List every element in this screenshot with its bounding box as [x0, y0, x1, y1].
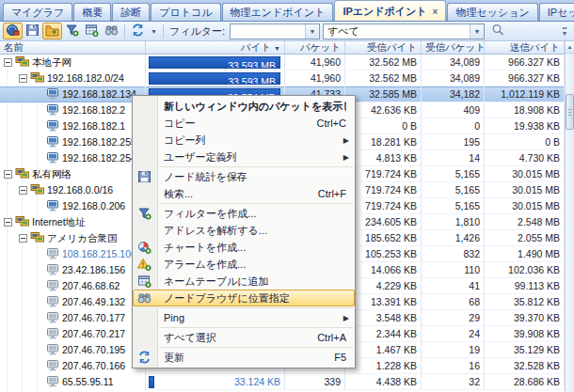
menu-item[interactable]: ネームテーブルに追加 [133, 273, 355, 290]
node-name: 207.46.70.177 [62, 310, 125, 325]
host-gray-icon [45, 279, 60, 292]
tab-マイグラフ[interactable]: マイグラフ [3, 3, 72, 21]
menu-item[interactable]: チャートを作成... [133, 239, 355, 256]
close-tab-icon[interactable]: × [433, 7, 438, 17]
filter-combobox[interactable]: ▼ [230, 24, 320, 39]
column-header-名前[interactable]: 名前 [0, 41, 146, 54]
tab-物理エンドポイント[interactable]: 物理エンドポイント [222, 3, 334, 21]
rx-bytes-cell: 32.585 MB [345, 86, 422, 102]
menu-item[interactable]: ノードブラウザに位置指定 [133, 290, 355, 306]
rx-packets-cell: 0 [422, 118, 485, 134]
rx-bytes-cell: 3.548 KB [345, 310, 422, 326]
tab-label: 物理エンドポイント [231, 7, 326, 18]
collapse-toggle[interactable] [19, 74, 27, 83]
make-filter-button[interactable] [62, 23, 82, 39]
rx-bytes-cell: 719.724 KB [345, 166, 422, 182]
name-table-button[interactable] [82, 23, 102, 39]
collapse-toggle[interactable] [19, 186, 27, 195]
tx-bytes-cell: 30.015 MB [485, 182, 565, 198]
menu-separator [159, 203, 353, 204]
menu-item[interactable]: アラームを作成... [133, 256, 355, 273]
column-header-バイト[interactable]: バイト▼ [146, 41, 285, 54]
collapse-toggle[interactable] [4, 58, 12, 67]
search-icon [491, 24, 505, 39]
chevron-down-icon[interactable]: ▼ [470, 24, 484, 39]
filter-label: フィルター: [169, 24, 225, 39]
refresh-button[interactable] [128, 23, 148, 39]
context-menu: 新しいウィンドウ内のパケットを表示します"コピーCtrl+Cコピー列▶ユーザー定… [132, 95, 356, 368]
table-row[interactable]: 192.168.182.0/2433.593 MB41,96032.562 MB… [0, 71, 574, 86]
menu-item[interactable]: ノード統計を保存 [133, 168, 355, 185]
collapse-toggle[interactable] [4, 218, 12, 227]
tab-物理セッション[interactable]: 物理セッション [447, 3, 537, 21]
bytes-cell: 33.593 MB [146, 71, 285, 86]
node-name: 207.46.70.217 [62, 326, 125, 341]
subnet-icon [15, 215, 30, 228]
menu-item[interactable]: ユーザー定義列▶ [133, 149, 355, 165]
subnet-icon [30, 183, 45, 196]
packet-display-button[interactable] [3, 23, 23, 39]
menu-item-label: 新しいウィンドウ内のパケットを表示します" [164, 100, 346, 114]
column-header-パケット[interactable]: パケット [285, 41, 345, 54]
scrollbar-thumb[interactable] [566, 94, 574, 130]
refresh-dropdown[interactable]: ▼ [148, 28, 160, 35]
bytes-bar: 33.593 MB [149, 56, 280, 69]
node-name: 207.46.49.132 [62, 294, 125, 309]
locate-button[interactable] [102, 23, 121, 39]
scrollbar-up-button[interactable]: ▲ [566, 41, 574, 54]
tx-bytes-cell: 19.938 KB [485, 118, 565, 134]
table-row[interactable]: 本地子网33.593 MB41,96032.562 MB34,089966.32… [0, 55, 574, 71]
host-icon [45, 103, 60, 117]
rx-packets-cell: 41 [422, 278, 485, 294]
menu-item[interactable]: すべて選択Ctrl+A [133, 329, 355, 346]
menu-item[interactable]: 更新F5 [133, 349, 355, 366]
column-header-送信バイト[interactable]: 送信バイト [485, 41, 565, 54]
tx-bytes-cell: 2.055 MB [485, 230, 565, 246]
menu-item[interactable]: コピー列▶ [133, 132, 355, 149]
bytes-bar [149, 376, 154, 388]
export-button[interactable] [42, 23, 62, 39]
menu-item[interactable]: アドレスを解析する... [133, 222, 355, 239]
search-button[interactable] [488, 23, 508, 39]
nametable-icon [137, 274, 153, 288]
menu-item[interactable]: 新しいウィンドウ内のパケットを表示します" [133, 98, 355, 115]
vertical-scrollbar[interactable]: ▲ [565, 41, 574, 392]
rx-packets-cell: 32 [422, 374, 485, 390]
node-name-cell: 192.168.182.2 [0, 102, 146, 118]
rx-bytes-cell: 0 B [345, 118, 422, 134]
node-name-cell: 207.46.70.166 [0, 358, 146, 374]
menu-item[interactable]: コピーCtrl+C [133, 115, 355, 132]
chevron-down-icon[interactable]: ▼ [305, 24, 319, 39]
toolbar-overflow-button[interactable]: ••▼ [558, 25, 571, 37]
rx-bytes-cell: 185.652 KB [345, 230, 422, 246]
tab-IPセッション[interactable]: IPセッション [539, 3, 574, 21]
tab-診断[interactable]: 診断 [112, 3, 150, 21]
rx-bytes-cell: 4.438 KB [345, 374, 422, 390]
menu-item[interactable]: 検索...Ctrl+F [133, 185, 355, 202]
tab-概要[interactable]: 概要 [73, 3, 111, 21]
scope-combobox[interactable]: すべて ▼ [323, 24, 485, 39]
rx-packets-cell: 110 [422, 262, 485, 278]
rx-packets-cell: 34,089 [422, 71, 485, 86]
save-statistics-button[interactable] [23, 23, 42, 39]
node-name-cell: 本地子网 [0, 55, 146, 71]
column-header-label: バイト [241, 41, 271, 53]
tab-IPエンドポイント[interactable]: IPエンドポイント× [334, 0, 446, 21]
rx-packets-cell: 832 [422, 246, 485, 262]
column-header-受信パケット[interactable]: 受信パケット [422, 41, 485, 54]
node-name: 192.168.182.134 [62, 86, 136, 102]
node-name-cell: 207.46.70.217 [0, 326, 146, 342]
menu-item[interactable]: フィルターを作成... [133, 205, 355, 222]
table-row[interactable]: 65.55.95.1133.124 KB3394.438 KB3228.686 … [0, 374, 574, 390]
collapse-toggle[interactable] [19, 234, 27, 243]
menu-item[interactable]: Ping▶ [133, 309, 355, 326]
collapse-toggle[interactable] [4, 170, 12, 179]
host-gray-icon [45, 263, 60, 276]
tab-プロトコル[interactable]: プロトコル [151, 3, 220, 21]
rx-packets-cell: 409 [422, 102, 485, 118]
column-header-受信バイト[interactable]: 受信バイト [345, 41, 422, 54]
bytes-cell: 33.593 MB [146, 55, 285, 71]
menu-shortcut: F5 [323, 352, 346, 363]
packets-cell: 339 [285, 374, 345, 390]
rx-bytes-cell: 32.562 MB [345, 71, 422, 86]
